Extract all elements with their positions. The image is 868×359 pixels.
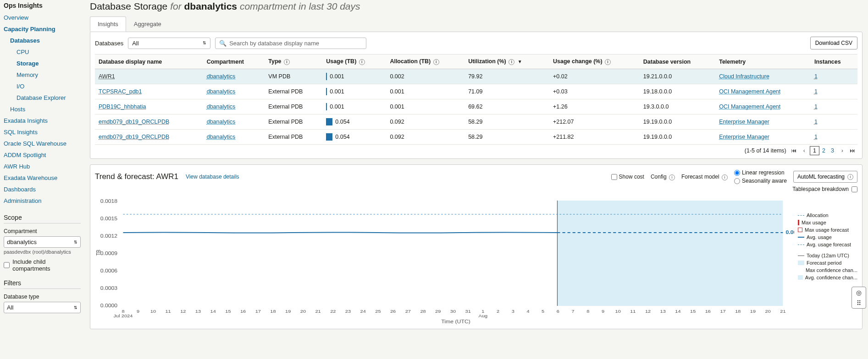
info-icon[interactable]: i [284,59,290,65]
svg-text:0.0009: 0.0009 [100,251,118,256]
table-row[interactable]: emdb079_db19_ORCLPDBdbanalyticsExternal … [95,130,857,145]
nav-item[interactable]: Dashboards [4,186,36,193]
nav-item[interactable]: I/O [17,83,24,90]
y-axis: 0.0018 0.0015 0.0012 0.0009 0.0006 0.000… [100,199,118,308]
db-name-link[interactable]: emdb079_db19_ORCLPDB [99,119,169,125]
compartment-link[interactable]: dbanalytics [207,103,236,110]
pager-page[interactable]: 3 [828,147,837,155]
pager-summary: (1-5 of 14 items) [745,147,786,154]
telemetry-link[interactable]: Enterprise Manager [719,134,769,140]
db-name-link[interactable]: emdb079_db19_ORCLPDB [99,134,169,140]
nav-item[interactable]: Oracle SQL Warehouse [4,140,66,147]
nav-item[interactable]: Database Explorer [17,94,66,101]
db-name-link[interactable]: AWR1 [99,73,115,80]
cell-utilization: 58.29 [464,114,549,130]
pager-first-icon[interactable]: ⏮ [789,147,799,154]
db-name-link[interactable]: PDB19C_hhbhatia [99,103,146,110]
dbtype-select[interactable]: All ⇅ [4,302,81,313]
nav-item[interactable]: Exadata Insights [4,117,48,124]
nav-item[interactable]: ADDM Spotlight [4,152,46,158]
col-version[interactable]: Database version [640,54,715,69]
telemetry-link[interactable]: Enterprise Manager [719,119,769,125]
info-icon[interactable]: i [509,59,514,65]
nav-item[interactable]: Overview [4,14,28,21]
cell-usage: 0.001 [326,103,382,110]
nav-item[interactable]: AWR Hub [4,163,30,170]
col-usage-change[interactable]: Usage change (%) i [549,54,640,69]
nav-item[interactable]: Memory [17,71,38,78]
trend-head: Trend & forecast: AWR1 View database det… [95,169,857,184]
pager-last-icon[interactable]: ⏭ [848,147,857,154]
telemetry-link[interactable]: Cloud Infrastructure [719,73,769,80]
sort-desc-icon[interactable]: ▼ [518,59,522,64]
tablespace-checkbox[interactable] [851,186,857,192]
help-float-button[interactable]: ◎ ⠿ [851,287,866,309]
telemetry-link[interactable]: OCI Management Agent [719,88,780,95]
instances-link[interactable]: 1 [814,134,818,140]
compartment-link[interactable]: dbanalytics [207,119,236,125]
cell-type: External PDB [265,84,322,99]
telemetry-link[interactable]: OCI Management Agent [719,103,780,110]
include-child-input[interactable] [4,262,10,268]
col-type[interactable]: Type i [265,54,322,69]
radio-seasonality[interactable]: Seasonality aware [734,178,787,184]
info-icon[interactable]: i [359,59,365,65]
databases-select[interactable]: All ⇅ [128,38,210,49]
pager-page[interactable]: 1 [810,146,819,155]
nav-item[interactable]: Administration [4,197,41,204]
show-cost-checkbox[interactable]: Show cost [611,174,644,180]
nav-item[interactable]: Exadata Warehouse [4,174,57,181]
legend-swatch [798,275,803,280]
compartment-link[interactable]: dbanalytics [207,134,236,140]
pager-prev-icon[interactable]: ‹ [802,147,807,154]
tab-aggregate[interactable]: Aggregate [126,16,169,32]
svg-text:19: 19 [750,309,756,314]
col-usage[interactable]: Usage (TB) i [322,54,386,69]
nav-item[interactable]: SQL Insights [4,129,38,136]
table-row[interactable]: PDB19C_hhbhatiadbanalyticsExternal PDB0.… [95,99,857,114]
instances-link[interactable]: 1 [814,103,818,110]
col-utilization[interactable]: Utilization (%) i ▼ [464,54,549,69]
cell-version: 19.18.0.0.0 [640,84,715,99]
info-icon[interactable]: i [722,174,728,180]
compartment-link[interactable]: dbanalytics [207,88,236,95]
instances-link[interactable]: 1 [814,73,818,80]
compartment-select[interactable]: dbanalytics ⇅ [4,236,81,248]
info-icon[interactable]: i [669,174,675,180]
nav-item[interactable]: Storage [17,60,39,67]
pager-page[interactable]: 2 [819,147,828,155]
nav-item[interactable]: Capacity Planning [4,26,55,33]
nav-item[interactable]: Databases [10,37,40,44]
forecast-model-radios: Linear regression Seasonality aware [734,169,787,184]
cell-utilization: 69.62 [464,99,549,114]
download-csv-button[interactable]: Download CSV [810,37,857,49]
compartment-link[interactable]: dbanalytics [207,73,236,80]
include-child-checkbox[interactable]: Include child compartments [4,258,81,272]
view-database-link[interactable]: View database details [186,174,239,180]
instances-link[interactable]: 1 [814,88,818,95]
table-row[interactable]: TCPSRAC_pdb1dbanalyticsExternal PDB0.001… [95,84,857,99]
nav-item[interactable]: Hosts [10,106,25,113]
col-instances[interactable]: Instances [811,54,857,69]
svg-text:0.0015: 0.0015 [100,216,118,221]
instances-link[interactable]: 1 [814,119,818,125]
automl-button[interactable]: AutoML forecasting i [793,171,857,183]
config-link[interactable]: Config i [651,174,675,180]
tabs: Insights Aggregate [90,16,862,32]
info-icon[interactable]: i [433,59,439,65]
radio-linear[interactable]: Linear regression [734,169,787,176]
pager-next-icon[interactable]: › [840,147,845,154]
col-allocation[interactable]: Allocation (TB) i [386,54,464,69]
nav-item[interactable]: CPU [17,49,29,55]
search-input[interactable]: 🔍 Search by database display name [215,38,366,49]
table-row[interactable]: AWR1dbanalyticsVM PDB0.0010.00279.92+0.0… [95,69,857,84]
db-name-link[interactable]: TCPSRAC_pdb1 [99,88,142,95]
col-name[interactable]: Database display name [95,54,203,69]
svg-text:27: 27 [405,309,411,314]
info-icon[interactable]: i [605,59,611,65]
col-telemetry[interactable]: Telemetry [715,54,811,69]
col-compartment[interactable]: Compartment [203,54,265,69]
svg-text:28: 28 [420,309,426,314]
table-row[interactable]: emdb079_db19_ORCLPDBdbanalyticsExternal … [95,114,857,130]
tab-insights[interactable]: Insights [90,16,126,32]
